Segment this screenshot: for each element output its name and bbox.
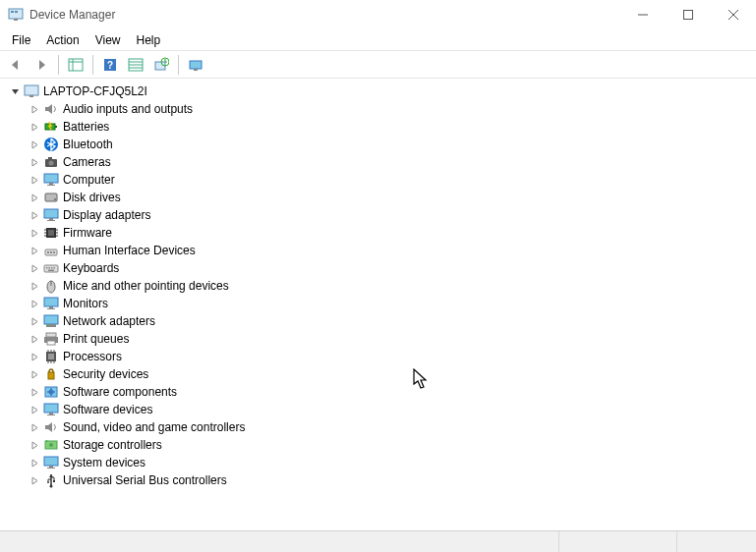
camera-icon: [43, 154, 59, 170]
forward-button[interactable]: [29, 53, 53, 77]
properties-button[interactable]: [124, 53, 147, 77]
monitor-icon: [43, 402, 59, 417]
chevron-right-icon[interactable]: [28, 191, 41, 204]
usb-icon: [43, 472, 59, 488]
chevron-right-icon[interactable]: [28, 208, 41, 222]
tree-root-node[interactable]: LAPTOP-CFJQ5L2I: [8, 83, 756, 100]
battery-icon: [43, 119, 59, 135]
chevron-right-icon[interactable]: [28, 173, 41, 187]
maximize-button[interactable]: [666, 0, 711, 29]
svg-rect-51: [49, 267, 51, 269]
svg-rect-47: [50, 251, 52, 253]
tree-category-node[interactable]: Sound, video and game controllers: [28, 418, 756, 436]
tree-node-label: Software devices: [63, 403, 152, 416]
svg-rect-77: [44, 404, 58, 413]
tree-category-node[interactable]: Bluetooth: [28, 136, 756, 153]
svg-rect-79: [47, 414, 55, 415]
svg-point-76: [49, 390, 54, 395]
help-button[interactable]: ?: [98, 53, 122, 77]
svg-rect-8: [69, 59, 83, 71]
menu-view[interactable]: View: [87, 30, 129, 50]
hid-icon: [43, 243, 59, 258]
speaker-icon: [43, 101, 59, 117]
tree-node-label: Keyboards: [63, 261, 119, 275]
svg-rect-29: [44, 174, 58, 183]
tree-category-node[interactable]: Human Interface Devices: [28, 242, 756, 259]
svg-rect-36: [47, 220, 55, 221]
chevron-right-icon[interactable]: [28, 314, 41, 328]
svg-point-62: [47, 325, 49, 327]
svg-rect-83: [49, 466, 53, 468]
tree-category-node[interactable]: System devices: [28, 454, 756, 471]
scan-hardware-button[interactable]: [149, 53, 173, 77]
menu-file[interactable]: File: [4, 30, 38, 50]
menu-action[interactable]: Action: [38, 30, 87, 50]
chevron-right-icon[interactable]: [28, 350, 41, 363]
chevron-right-icon[interactable]: [28, 332, 41, 346]
printer-icon: [43, 331, 59, 347]
chevron-right-icon[interactable]: [28, 138, 41, 151]
chevron-right-icon[interactable]: [28, 261, 41, 275]
chevron-right-icon[interactable]: [28, 155, 41, 169]
tree-category-node[interactable]: Display adapters: [28, 206, 756, 224]
tree-category-node[interactable]: Processors: [28, 348, 756, 365]
svg-rect-21: [25, 85, 38, 95]
tree-category-node[interactable]: Keyboards: [28, 259, 756, 277]
back-button[interactable]: [4, 53, 28, 77]
close-button[interactable]: [711, 0, 756, 29]
chevron-right-icon[interactable]: [28, 297, 41, 310]
tree-node-label: Storage controllers: [63, 438, 162, 452]
device-tree[interactable]: LAPTOP-CFJQ5L2I Audio inputs and outputs…: [0, 79, 756, 530]
chevron-right-icon[interactable]: [28, 385, 41, 399]
svg-rect-24: [55, 126, 57, 128]
tree-category-node[interactable]: Cameras: [28, 153, 756, 171]
chevron-right-icon[interactable]: [28, 120, 41, 134]
network-icon: [43, 313, 59, 329]
add-hardware-button[interactable]: [184, 53, 207, 77]
mouse-icon: [43, 278, 59, 294]
chevron-right-icon[interactable]: [28, 244, 41, 257]
tree-node-label: Display adapters: [63, 208, 150, 222]
chevron-right-icon[interactable]: [28, 456, 41, 469]
chevron-right-icon[interactable]: [28, 438, 41, 452]
tree-category-node[interactable]: Storage controllers: [28, 436, 756, 454]
tree-category-node[interactable]: Print queues: [28, 330, 756, 348]
svg-point-81: [49, 443, 53, 447]
tree-category-node[interactable]: Software components: [28, 383, 756, 401]
chevron-right-icon[interactable]: [28, 102, 41, 116]
svg-rect-34: [44, 209, 58, 218]
minimize-button[interactable]: [620, 0, 666, 29]
svg-rect-2: [15, 11, 18, 13]
tree-category-node[interactable]: Disk drives: [28, 189, 756, 206]
speaker-icon: [43, 419, 59, 435]
chevron-right-icon[interactable]: [28, 279, 41, 293]
svg-rect-20: [194, 69, 198, 71]
svg-rect-57: [44, 298, 58, 306]
chevron-right-icon[interactable]: [28, 367, 41, 381]
show-hide-tree-button[interactable]: [64, 53, 87, 77]
svg-rect-53: [54, 267, 56, 269]
tree-node-label: Human Interface Devices: [63, 244, 196, 257]
tree-category-node[interactable]: Computer: [28, 171, 756, 189]
svg-rect-59: [47, 308, 55, 309]
tree-category-node[interactable]: Monitors: [28, 295, 756, 312]
tree-category-node[interactable]: Network adapters: [28, 312, 756, 330]
chevron-right-icon[interactable]: [28, 403, 41, 416]
chevron-right-icon[interactable]: [28, 420, 41, 434]
tree-category-node[interactable]: Batteries: [28, 118, 756, 136]
toolbar-separator: [92, 55, 93, 75]
bluetooth-icon: [43, 137, 59, 152]
tree-category-node[interactable]: Firmware: [28, 224, 756, 242]
chevron-down-icon[interactable]: [8, 84, 22, 98]
chevron-right-icon[interactable]: [28, 226, 41, 240]
tree-category-node[interactable]: Universal Serial Bus controllers: [28, 471, 756, 489]
tree-category-node[interactable]: Mice and other pointing devices: [28, 277, 756, 295]
tree-category-node[interactable]: Audio inputs and outputs: [28, 100, 756, 118]
tree-node-label: LAPTOP-CFJQ5L2I: [43, 84, 147, 98]
tree-category-node[interactable]: Software devices: [28, 401, 756, 418]
chevron-right-icon[interactable]: [28, 473, 41, 487]
svg-rect-52: [51, 267, 53, 269]
svg-point-33: [54, 198, 56, 200]
tree-category-node[interactable]: Security devices: [28, 365, 756, 383]
menu-help[interactable]: Help: [129, 30, 169, 50]
